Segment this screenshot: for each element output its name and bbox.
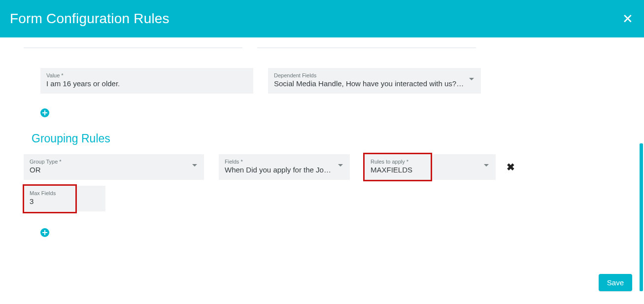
modal-content: Value * I am 16 years or older. Dependen…	[0, 37, 644, 304]
divider	[24, 47, 242, 48]
chevron-down-icon	[484, 164, 489, 167]
rules-to-apply-select[interactable]: Rules to apply * MAXFIELDS	[365, 154, 496, 180]
field-label: Fields *	[225, 159, 333, 165]
add-rule-button[interactable]	[40, 108, 49, 117]
rules-to-apply-wrapper: Rules to apply * MAXFIELDS	[365, 154, 496, 180]
group-type-select[interactable]: Group Type * OR	[24, 154, 204, 180]
field-value: OR	[30, 166, 187, 174]
max-fields-input[interactable]: Max Fields 3	[24, 186, 105, 211]
field-value: 3	[30, 197, 100, 205]
field-label: Group Type *	[30, 159, 187, 165]
field-label: Rules to apply *	[371, 159, 479, 165]
modal-title: Form Configuration Rules	[10, 11, 169, 27]
fields-select[interactable]: Fields * When Did you apply for the Job?…	[219, 154, 350, 180]
field-value: I am 16 years or older.	[46, 79, 247, 88]
max-fields-row: Max Fields 3	[0, 186, 644, 211]
field-value: When Did you apply for the Job?, …	[225, 166, 333, 174]
close-icon[interactable]: ✕	[622, 12, 633, 25]
field-label: Dependent Fields	[274, 72, 464, 78]
chevron-down-icon	[469, 78, 474, 80]
chevron-down-icon	[192, 164, 197, 167]
value-input[interactable]: Value * I am 16 years or older.	[40, 68, 253, 94]
grouping-rules-heading: Grouping Rules	[32, 132, 644, 145]
scrollbar-thumb[interactable]	[640, 143, 643, 291]
chevron-down-icon	[338, 164, 343, 167]
divider	[257, 47, 476, 48]
field-value: Social Media Handle, How have you intera…	[274, 79, 464, 88]
remove-rule-button[interactable]: ✖	[507, 161, 515, 173]
field-label: Value *	[46, 72, 247, 78]
value-dependent-row: Value * I am 16 years or older. Dependen…	[0, 68, 644, 94]
field-value: MAXFIELDS	[371, 166, 479, 174]
scrollbar[interactable]	[640, 143, 643, 291]
modal-header: Form Configuration Rules ✕	[0, 0, 644, 37]
save-button[interactable]: Save	[599, 274, 632, 291]
dependent-fields-select[interactable]: Dependent Fields Social Media Handle, Ho…	[268, 68, 481, 94]
divider-row	[0, 47, 644, 48]
grouping-rule-row: Group Type * OR Fields * When Did you ap…	[0, 154, 644, 180]
field-label: Max Fields	[30, 190, 100, 196]
add-grouping-rule-button[interactable]	[40, 228, 49, 237]
